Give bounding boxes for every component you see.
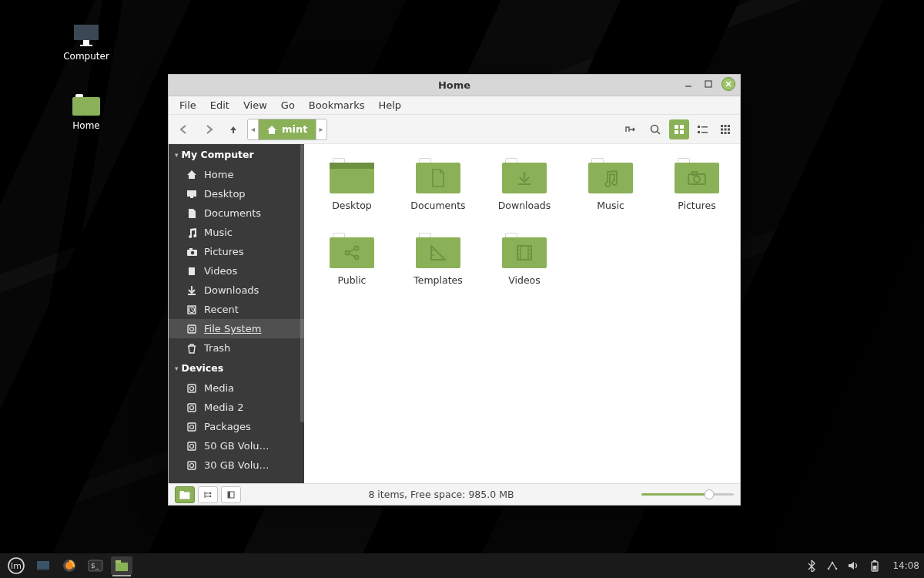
sidebar-item-videos[interactable]: Videos	[169, 261, 304, 281]
menu-file[interactable]: File	[173, 98, 203, 113]
folder-music[interactable]: Music	[571, 158, 651, 211]
clock[interactable]: 14:08	[892, 560, 919, 571]
task-terminal[interactable]: $_	[85, 556, 106, 575]
sidebar-item-file-system[interactable]: File System	[169, 319, 304, 338]
svg-rect-87	[873, 560, 876, 562]
svg-rect-33	[188, 325, 196, 333]
close-pane-button[interactable]	[221, 486, 241, 503]
minimize-button[interactable]	[681, 77, 695, 91]
sidebar-heading-computer[interactable]: My Computer	[169, 144, 304, 165]
folder-downloads[interactable]: Downloads	[484, 158, 564, 211]
sidebar-item-pictures[interactable]: Pictures	[169, 242, 304, 261]
disk-icon	[186, 383, 198, 394]
disk-icon	[186, 441, 198, 452]
up-button[interactable]	[223, 119, 244, 139]
document-icon	[186, 208, 198, 219]
path-segment-current[interactable]: mint	[259, 119, 316, 139]
bluetooth-icon[interactable]	[806, 560, 817, 572]
desktop-icon-home[interactable]: Home	[55, 91, 117, 131]
task-files[interactable]	[111, 556, 132, 575]
folder-icon	[502, 158, 547, 193]
svg-point-47	[694, 176, 700, 183]
sidebar-item-label: Music	[204, 227, 233, 238]
menu-view[interactable]: View	[237, 98, 273, 113]
start-menu-button[interactable]: ⅼm	[5, 556, 28, 576]
menu-edit[interactable]: Edit	[204, 98, 236, 113]
zoom-slider[interactable]	[641, 493, 734, 496]
sidebar-item-50-gb-volu-[interactable]: 50 GB Volu…	[169, 436, 304, 455]
svg-point-38	[190, 405, 194, 409]
home-folder-icon	[71, 91, 102, 117]
svg-rect-21	[725, 132, 727, 134]
volume-icon[interactable]	[848, 560, 860, 571]
folder-templates[interactable]: Templates	[398, 233, 478, 286]
sidebar-item-30-gb-volu-[interactable]: 30 GB Volu…	[169, 455, 304, 475]
svg-rect-29	[187, 267, 189, 275]
task-firefox[interactable]	[59, 556, 80, 575]
search-button[interactable]	[644, 119, 666, 139]
sidebar-item-home[interactable]: Home	[169, 165, 304, 184]
disk-icon	[186, 324, 198, 334]
sidebar-item-trash[interactable]: Trash	[169, 338, 304, 358]
icon-view-button[interactable]	[669, 119, 689, 139]
statusbar: 8 items, Free space: 985.0 MB	[169, 483, 740, 505]
sidebar-item-documents[interactable]: Documents	[169, 203, 304, 223]
toggle-location-button[interactable]	[620, 119, 641, 139]
network-icon[interactable]	[826, 560, 839, 571]
folder-desktop[interactable]: Desktop	[312, 158, 392, 211]
svg-rect-23	[187, 190, 196, 197]
svg-point-40	[190, 425, 194, 428]
titlebar[interactable]: Home	[169, 75, 740, 96]
svg-line-5	[658, 131, 661, 134]
sidebar-item-desktop[interactable]: Desktop	[169, 184, 304, 203]
svg-rect-65	[180, 491, 184, 493]
menu-help[interactable]: Help	[372, 98, 407, 113]
system-tray: 14:08	[806, 560, 919, 572]
folder-public[interactable]: Public	[312, 233, 392, 286]
path-prev-button[interactable]: ◂	[248, 119, 259, 139]
sidebar-item-media-2[interactable]: Media 2	[169, 398, 304, 417]
sidebar-item-label: 50 GB Volu…	[204, 440, 270, 452]
svg-rect-18	[725, 128, 727, 130]
folder-pictures[interactable]: Pictures	[657, 158, 737, 211]
close-button[interactable]	[721, 77, 735, 91]
svg-point-85	[835, 568, 838, 570]
taskbar: ⅼm $_ 14:08	[0, 553, 924, 578]
desktop-icon-label: Computer	[55, 51, 117, 62]
sidebar-item-label: Trash	[204, 342, 230, 354]
svg-rect-72	[228, 492, 230, 498]
path-next-button[interactable]: ▸	[316, 119, 326, 139]
svg-text:$_: $_	[91, 562, 99, 570]
maximize-button[interactable]	[701, 77, 715, 91]
desktop-icon-computer[interactable]: Computer	[55, 22, 117, 62]
tree-pane-button[interactable]	[198, 486, 218, 503]
desktop-icon	[186, 189, 198, 200]
sidebar-scrollbar[interactable]	[300, 144, 304, 422]
sidebar-heading-devices[interactable]: Devices	[169, 358, 304, 378]
forward-button[interactable]	[198, 119, 219, 139]
folder-label: Videos	[484, 274, 564, 286]
menu-bookmarks[interactable]: Bookmarks	[303, 98, 371, 113]
sidebar-item-packages[interactable]: Packages	[169, 417, 304, 436]
svg-rect-8	[675, 130, 678, 134]
sidebar-item-recent[interactable]: Recent	[169, 300, 304, 319]
sidebar-item-downloads[interactable]: Downloads	[169, 281, 304, 300]
list-view-button[interactable]	[692, 119, 712, 139]
folder-videos[interactable]: Videos	[484, 233, 564, 286]
task-show-desktop[interactable]	[32, 556, 54, 575]
folder-icon	[416, 158, 460, 193]
sidebar-item-music[interactable]: Music	[169, 223, 304, 242]
svg-rect-19	[728, 128, 730, 130]
menu-go[interactable]: Go	[275, 98, 301, 113]
sidebar-item-label: Desktop	[204, 188, 246, 200]
places-pane-button[interactable]	[175, 486, 195, 503]
sidebar-item-media[interactable]: Media	[169, 378, 304, 398]
sidebar-item-label: Downloads	[204, 284, 259, 296]
battery-icon[interactable]	[869, 560, 880, 572]
folder-documents[interactable]: Documents	[398, 158, 478, 211]
folder-view[interactable]: DesktopDocumentsDownloadsMusicPicturesPu…	[304, 144, 740, 483]
back-button[interactable]	[173, 119, 195, 139]
sidebar-item-label: Pictures	[204, 246, 243, 257]
music-icon	[186, 227, 198, 238]
compact-view-button[interactable]	[715, 119, 735, 139]
